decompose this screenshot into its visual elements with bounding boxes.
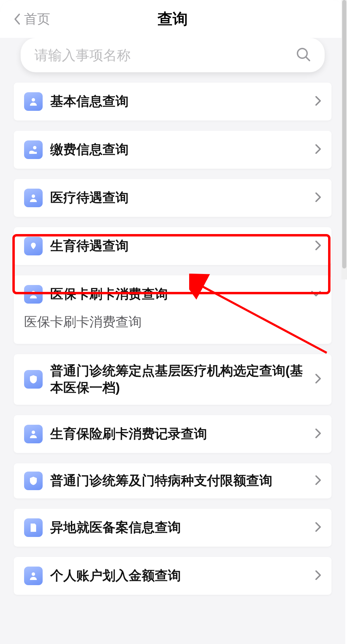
person-icon [24,425,43,443]
list-item[interactable]: 异地就医备案信息查询 [14,509,332,547]
svg-rect-8 [32,528,35,529]
list-item-label: 个人账户划入金额查询 [50,567,307,584]
list-item-label: 基本信息查询 [50,93,307,110]
list-item[interactable]: 医疗待遇查询 [14,179,332,217]
list-item[interactable]: 个人账户划入金额查询 [14,557,332,595]
document-icon [24,518,43,537]
query-list: 基本信息查询 缴费信息查询 医疗待遇查询 生育待遇查询 [0,83,345,595]
search-icon[interactable] [296,47,311,63]
person-icon [24,567,43,585]
person-icon [24,92,43,111]
scrollbar-thumb[interactable] [342,0,346,268]
shield-icon [24,370,43,389]
chevron-right-icon [315,522,321,534]
list-item-label: 生育保险刷卡消费记录查询 [50,425,307,442]
chevron-down-icon [311,291,321,298]
chevron-right-icon [315,192,321,204]
svg-line-1 [306,57,310,61]
list-item[interactable]: 基本信息查询 [14,83,332,120]
person-icon [24,285,43,304]
list-item[interactable]: 缴费信息查询 [14,131,332,169]
back-button[interactable]: 首页 [14,10,50,28]
list-item-label: 生育待遇查询 [50,237,307,254]
chevron-right-icon [315,96,321,107]
chevron-right-icon [315,240,321,252]
list-item-label: 缴费信息查询 [50,141,307,158]
list-item-label: 普通门诊统筹及门特病种支付限额查询 [50,472,307,489]
chevron-right-icon [315,570,321,582]
chevron-right-icon [315,373,321,385]
svg-rect-7 [32,526,35,527]
chevron-right-icon [315,428,321,440]
hands-icon [24,237,43,255]
chevron-left-icon [14,13,21,25]
list-item[interactable]: 普通门诊统筹及门特病种支付限额查询 [14,463,332,498]
svg-point-3 [33,146,36,149]
list-item[interactable]: 普通门诊统筹定点基层医疗机构选定查询(基本医保一档) [14,354,332,405]
svg-point-4 [32,194,35,198]
svg-point-2 [32,98,35,102]
search-input[interactable] [34,47,296,63]
payment-icon [24,140,43,159]
scrollbar-track[interactable] [341,0,347,279]
list-item-label: 异地就医备案信息查询 [50,519,307,536]
list-item[interactable]: 生育保险刷卡消费记录查询 [14,415,332,453]
back-label: 首页 [24,10,50,28]
list-item-label: 普通门诊统筹定点基层医疗机构选定查询(基本医保一档) [50,362,307,397]
shield-icon [24,472,43,490]
svg-point-6 [32,431,35,434]
chevron-right-icon [315,144,321,156]
svg-point-5 [32,291,35,294]
list-item-expanded[interactable]: 医保卡刷卡消费查询 医保卡刷卡消费查询 [14,275,332,344]
search-bar[interactable] [21,38,325,72]
chevron-right-icon [315,475,321,487]
page-title: 查询 [158,9,188,29]
list-item-label: 医保卡刷卡消费查询 [50,286,303,303]
header-bar: 首页 查询 [0,0,345,38]
list-item-label: 医疗待遇查询 [50,189,307,206]
person-icon [24,189,43,207]
list-item[interactable]: 生育待遇查询 [14,227,332,265]
list-sub-item[interactable]: 医保卡刷卡消费查询 [14,313,332,344]
svg-point-9 [32,572,35,576]
